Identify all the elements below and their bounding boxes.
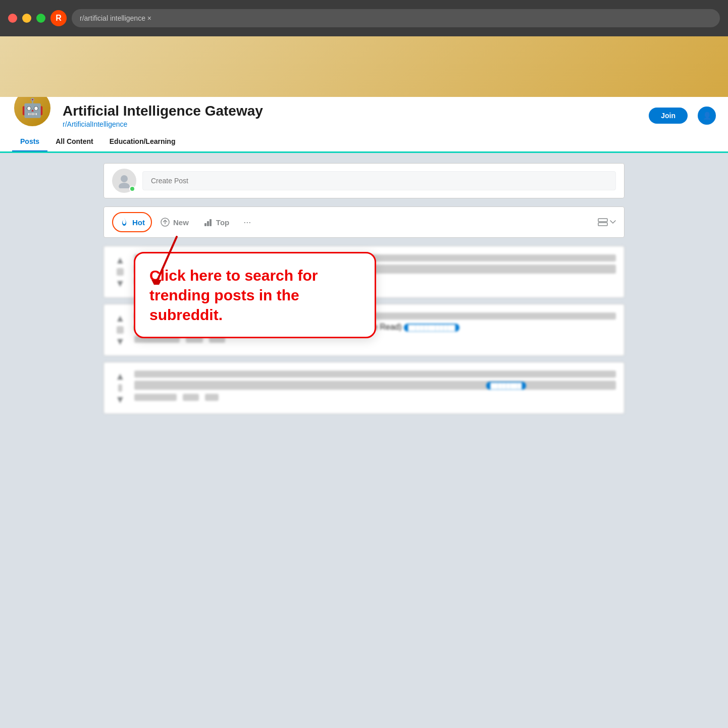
post-user-avatar — [112, 169, 136, 193]
hot-label: Hot — [132, 218, 145, 227]
subreddit-url[interactable]: r/ArtificialIntelligence — [63, 120, 639, 128]
address-text: r/artificial intelligence × — [80, 14, 151, 22]
subreddit-banner — [0, 36, 728, 97]
upvote-button[interactable]: ▲ — [115, 313, 125, 324]
subreddit-info: 🤖 Artificial Intelligence Gateway r/Arti… — [0, 97, 728, 128]
svg-line-8 — [157, 237, 177, 282]
post-card: ▲ 5 ▼ Posted by u/someone 3 hours ago Ca… — [103, 362, 625, 414]
main-content: Hot New Top ··· — [91, 153, 637, 430]
reddit-favicon: R — [50, 10, 67, 26]
tab-posts[interactable]: Posts — [12, 132, 47, 151]
annotation-arrow-indicator — [151, 234, 182, 287]
upvote-button[interactable]: ▲ — [115, 254, 125, 266]
new-icon — [160, 217, 170, 227]
browser-chrome: R r/artificial intelligence × — [0, 0, 728, 36]
vote-column: ▲ 18 ▼ — [112, 313, 128, 347]
more-sort-options[interactable]: ··· — [237, 213, 257, 232]
create-post-input[interactable] — [142, 171, 616, 190]
sort-hot-button[interactable]: Hot — [112, 212, 152, 232]
share-action[interactable]: Share — [183, 394, 199, 401]
svg-point-1 — [119, 183, 130, 188]
vote-column: ▲ 5 ▼ — [112, 371, 128, 405]
top-label: Top — [216, 218, 229, 227]
downvote-button[interactable]: ▼ — [115, 394, 125, 405]
reddit-header: 🤖 Artificial Intelligence Gateway r/Arti… — [0, 36, 728, 153]
svg-rect-3 — [204, 223, 206, 226]
vote-column: ▲ 40 ▼ — [112, 254, 128, 289]
vote-count: 18 — [117, 326, 124, 334]
top-icon — [203, 217, 213, 227]
svg-rect-7 — [598, 223, 607, 226]
post-body: Posted by u/someone 3 hours ago Can I le… — [134, 371, 616, 405]
online-indicator — [129, 186, 135, 192]
save-action[interactable]: Save — [205, 394, 219, 401]
header-actions: Join 👤 — [649, 107, 716, 125]
chevron-down-icon — [610, 220, 616, 224]
svg-rect-5 — [210, 219, 212, 226]
svg-rect-6 — [598, 219, 607, 222]
post-meta: Posted by u/someone 3 hours ago — [134, 371, 616, 378]
comments-action[interactable]: 💬 3 comments — [134, 394, 177, 401]
view-toggle[interactable] — [598, 218, 616, 226]
new-label: New — [173, 218, 189, 227]
address-bar[interactable]: r/artificial intelligence × — [72, 9, 720, 27]
hot-icon — [119, 217, 129, 227]
create-post-box — [103, 163, 625, 198]
svg-marker-9 — [151, 280, 162, 285]
subreddit-meta: Artificial Intelligence Gateway r/Artifi… — [63, 103, 639, 128]
post-actions: 💬 3 comments Share Save — [134, 394, 616, 401]
annotation-container: Hot New Top ··· — [103, 206, 625, 238]
subreddit-tabs: Posts All Content Education/Learning — [0, 132, 728, 151]
arrow-svg — [151, 234, 182, 285]
vote-count: 5 — [118, 384, 122, 392]
upvote-button[interactable]: ▲ — [115, 371, 125, 382]
sort-top-button[interactable]: Top — [197, 213, 235, 231]
downvote-button[interactable]: ▼ — [115, 278, 125, 289]
user-avatar[interactable]: 👤 — [698, 107, 716, 125]
subreddit-title: Artificial Intelligence Gateway — [63, 103, 631, 119]
post-title[interactable]: Can I let AI read a group of information… — [134, 381, 616, 390]
svg-point-0 — [121, 175, 128, 182]
tab-all-content[interactable]: All Content — [47, 132, 101, 151]
close-window-dot[interactable] — [8, 14, 17, 23]
downvote-button[interactable]: ▼ — [115, 336, 125, 347]
svg-rect-4 — [207, 221, 209, 226]
view-icon — [598, 218, 608, 226]
maximize-window-dot[interactable] — [36, 14, 45, 23]
sort-new-button[interactable]: New — [154, 213, 195, 231]
post-flair-blue: ████████████ — [404, 324, 459, 332]
minimize-window-dot[interactable] — [22, 14, 31, 23]
join-button[interactable]: Join — [649, 108, 688, 124]
vote-count: 40 — [117, 268, 124, 276]
post-flair-question: ████████ — [486, 382, 526, 390]
tab-education[interactable]: Education/Learning — [101, 132, 184, 151]
sort-bar: Hot New Top ··· — [103, 206, 625, 238]
